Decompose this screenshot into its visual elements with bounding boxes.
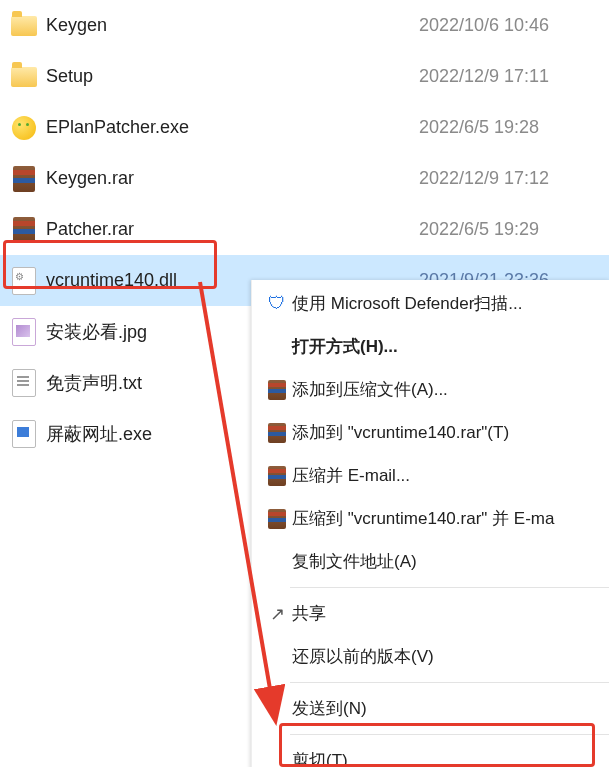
menu-label: 压缩到 "vcruntime140.rar" 并 E-ma (292, 507, 554, 530)
menu-label: 还原以前的版本(V) (292, 645, 434, 668)
file-row[interactable]: EPlanPatcher.exe 2022/6/5 19:28 (0, 102, 609, 153)
menu-label: 共享 (292, 602, 326, 625)
menu-separator (290, 587, 609, 588)
menu-item-add-to-rar[interactable]: 添加到 "vcruntime140.rar"(T) (252, 411, 609, 454)
menu-label: 发送到(N) (292, 697, 367, 720)
share-icon: ↗ (262, 604, 292, 624)
context-menu: 🛡 使用 Microsoft Defender扫描... 打开方式(H)... … (251, 280, 609, 767)
menu-separator (290, 682, 609, 683)
file-date: 2022/12/9 17:12 (419, 168, 609, 189)
menu-item-cut[interactable]: 剪切(T) (252, 739, 609, 767)
folder-icon (10, 12, 38, 40)
menu-item-send-to[interactable]: 发送到(N) (252, 687, 609, 730)
file-name: Keygen.rar (46, 168, 419, 189)
rar-icon (262, 380, 292, 400)
menu-label: 复制文件地址(A) (292, 550, 417, 573)
menu-label: 添加到压缩文件(A)... (292, 378, 448, 401)
folder-icon (10, 63, 38, 91)
blank-icon (262, 552, 292, 572)
menu-item-compress-to-rar-email[interactable]: 压缩到 "vcruntime140.rar" 并 E-ma (252, 497, 609, 540)
blank-icon (262, 751, 292, 768)
file-row[interactable]: Patcher.rar 2022/6/5 19:29 (0, 204, 609, 255)
file-row[interactable]: Keygen.rar 2022/12/9 17:12 (0, 153, 609, 204)
rar-icon (262, 509, 292, 529)
file-name: Patcher.rar (46, 219, 419, 240)
rar-icon (262, 423, 292, 443)
rar-icon (10, 216, 38, 244)
file-row[interactable]: Keygen 2022/10/6 10:46 (0, 0, 609, 51)
file-name: EPlanPatcher.exe (46, 117, 419, 138)
file-date: 2022/10/6 10:46 (419, 15, 609, 36)
exe-icon (10, 420, 38, 448)
blank-icon (262, 647, 292, 667)
file-row[interactable]: Setup 2022/12/9 17:11 (0, 51, 609, 102)
rar-icon (10, 165, 38, 193)
file-name: Keygen (46, 15, 419, 36)
menu-label: 打开方式(H)... (292, 335, 398, 358)
shield-icon: 🛡 (262, 294, 292, 314)
file-date: 2022/6/5 19:28 (419, 117, 609, 138)
jpg-icon (10, 318, 38, 346)
menu-item-open-with[interactable]: 打开方式(H)... (252, 325, 609, 368)
menu-label: 使用 Microsoft Defender扫描... (292, 292, 523, 315)
menu-separator (290, 734, 609, 735)
menu-item-share[interactable]: ↗ 共享 (252, 592, 609, 635)
menu-label: 剪切(T) (292, 749, 348, 767)
file-date: 2022/12/9 17:11 (419, 66, 609, 87)
menu-label: 压缩并 E-mail... (292, 464, 410, 487)
menu-item-restore-version[interactable]: 还原以前的版本(V) (252, 635, 609, 678)
menu-item-copy-path[interactable]: 复制文件地址(A) (252, 540, 609, 583)
menu-label: 添加到 "vcruntime140.rar"(T) (292, 421, 509, 444)
rar-icon (262, 466, 292, 486)
blank-icon (262, 337, 292, 357)
exe-icon (10, 114, 38, 142)
blank-icon (262, 699, 292, 719)
file-date: 2022/6/5 19:29 (419, 219, 609, 240)
menu-item-defender-scan[interactable]: 🛡 使用 Microsoft Defender扫描... (252, 282, 609, 325)
file-name: Setup (46, 66, 419, 87)
menu-item-add-archive[interactable]: 添加到压缩文件(A)... (252, 368, 609, 411)
menu-item-compress-email[interactable]: 压缩并 E-mail... (252, 454, 609, 497)
txt-icon (10, 369, 38, 397)
dll-icon (10, 267, 38, 295)
